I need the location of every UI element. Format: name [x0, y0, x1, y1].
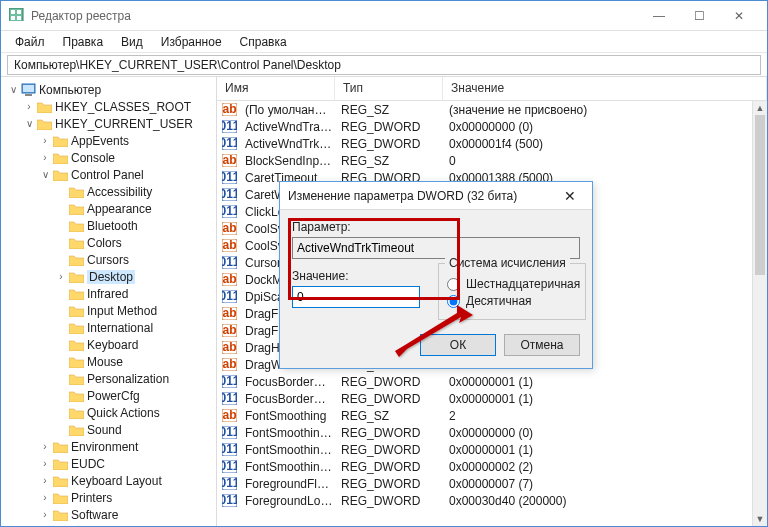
tree-item[interactable]: ›Printers: [1, 489, 216, 506]
table-row[interactable]: FontSmoothingREG_SZ2: [217, 407, 767, 424]
tree-item[interactable]: ›Console: [1, 149, 216, 166]
value-icon: [221, 103, 237, 117]
close-button[interactable]: ✕: [719, 2, 759, 30]
cell-type: REG_DWORD: [337, 460, 445, 474]
tree-item[interactable]: Personalization: [1, 370, 216, 387]
table-row[interactable]: ForegroundLock...REG_DWORD0x00030d40 (20…: [217, 492, 767, 509]
expand-icon[interactable]: ›: [23, 101, 35, 112]
expand-icon[interactable]: ›: [39, 135, 51, 146]
radix-dec-option[interactable]: Десятичная: [447, 294, 577, 308]
scroll-up-icon[interactable]: ▲: [753, 101, 767, 115]
table-row[interactable]: FontSmoothing...REG_DWORD0x00000001 (1): [217, 441, 767, 458]
table-row[interactable]: ActiveWndTrkTi...REG_DWORD0x000001f4 (50…: [217, 135, 767, 152]
expand-icon[interactable]: ›: [39, 509, 51, 520]
tree-item[interactable]: Cursors: [1, 251, 216, 268]
tree-item[interactable]: International: [1, 319, 216, 336]
tree-item[interactable]: ›Keyboard Layout: [1, 472, 216, 489]
table-row[interactable]: FocusBorderWid...REG_DWORD0x00000001 (1): [217, 390, 767, 407]
folder-icon: [52, 134, 68, 148]
expand-icon[interactable]: ›: [39, 475, 51, 486]
radix-dec-radio[interactable]: [447, 295, 460, 308]
value-icon: [221, 375, 237, 389]
expand-icon[interactable]: ›: [55, 271, 67, 282]
menu-edit[interactable]: Правка: [55, 33, 112, 51]
window-title: Редактор реестра: [31, 9, 639, 23]
tree-label: Bluetooth: [87, 219, 138, 233]
cell-type: REG_DWORD: [337, 426, 445, 440]
cell-type: REG_DWORD: [337, 137, 445, 151]
table-row[interactable]: FontSmoothing...REG_DWORD0x00000002 (2): [217, 458, 767, 475]
tree-item[interactable]: Sound: [1, 421, 216, 438]
tree-label: Компьютер: [39, 83, 101, 97]
menu-view[interactable]: Вид: [113, 33, 151, 51]
cell-value: 0: [445, 154, 767, 168]
menu-file[interactable]: Файл: [7, 33, 53, 51]
value-icon: [221, 188, 237, 202]
tree-label: SYSTEM: [71, 525, 120, 527]
tree-item[interactable]: Accessibility: [1, 183, 216, 200]
tree-label: PowerCfg: [87, 389, 140, 403]
expand-icon[interactable]: ›: [39, 441, 51, 452]
expand-icon[interactable]: ›: [39, 458, 51, 469]
cell-value: 0x000001f4 (500): [445, 137, 767, 151]
column-type[interactable]: Тип: [335, 77, 443, 100]
tree-item[interactable]: ›EUDC: [1, 455, 216, 472]
maximize-button[interactable]: ☐: [679, 2, 719, 30]
radix-hex-option[interactable]: Шестнадцатеричная: [447, 277, 577, 291]
tree-item[interactable]: Bluetooth: [1, 217, 216, 234]
expand-icon[interactable]: ›: [39, 492, 51, 503]
scrollbar[interactable]: ▲ ▼: [752, 101, 767, 526]
tree-item[interactable]: Infrared: [1, 285, 216, 302]
scroll-thumb[interactable]: [755, 115, 765, 275]
table-row[interactable]: FontSmoothing...REG_DWORD0x00000000 (0): [217, 424, 767, 441]
tree-item[interactable]: Keyboard: [1, 336, 216, 353]
column-name[interactable]: Имя: [217, 77, 335, 100]
tree-item[interactable]: ›Software: [1, 506, 216, 523]
table-row[interactable]: ForegroundFlas...REG_DWORD0x00000007 (7): [217, 475, 767, 492]
menu-help[interactable]: Справка: [232, 33, 295, 51]
folder-icon: [52, 168, 68, 182]
tree-item[interactable]: Input Method: [1, 302, 216, 319]
table-row[interactable]: FocusBorderHei...REG_DWORD0x00000001 (1): [217, 373, 767, 390]
tree-item[interactable]: ›HKEY_CLASSES_ROOT: [1, 98, 216, 115]
folder-icon: [68, 355, 84, 369]
radix-hex-radio[interactable]: [447, 278, 460, 291]
table-row[interactable]: ActiveWndTrack...REG_DWORD0x00000000 (0): [217, 118, 767, 135]
value-icon: [221, 460, 237, 474]
tree-item[interactable]: ›SYSTEM: [1, 523, 216, 526]
scroll-down-icon[interactable]: ▼: [753, 512, 767, 526]
value-field[interactable]: [292, 286, 420, 308]
address-path[interactable]: Компьютер\HKEY_CURRENT_USER\Control Pane…: [7, 55, 761, 75]
expand-icon[interactable]: ∨: [23, 118, 35, 129]
cancel-button[interactable]: Отмена: [504, 334, 580, 356]
tree-item[interactable]: ›AppEvents: [1, 132, 216, 149]
expand-icon[interactable]: ∨: [39, 169, 51, 180]
ok-button[interactable]: ОК: [420, 334, 496, 356]
tree-item[interactable]: Appearance: [1, 200, 216, 217]
menu-favorites[interactable]: Избранное: [153, 33, 230, 51]
tree-label: Environment: [71, 440, 138, 454]
tree-item[interactable]: ∨Control Panel: [1, 166, 216, 183]
tree-item[interactable]: ∨Компьютер: [1, 81, 216, 98]
expand-icon[interactable]: ∨: [7, 84, 19, 95]
minimize-button[interactable]: —: [639, 2, 679, 30]
cell-type: REG_DWORD: [337, 375, 445, 389]
tree-item[interactable]: Quick Actions: [1, 404, 216, 421]
dialog-close-button[interactable]: ✕: [556, 188, 584, 204]
expand-icon[interactable]: ›: [39, 152, 51, 163]
value-icon: [221, 222, 237, 236]
tree-label: Personalization: [87, 372, 169, 386]
table-row[interactable]: (По умолчанию)REG_SZ(значение не присвое…: [217, 101, 767, 118]
cell-name: BlockSendInput...: [241, 154, 337, 168]
tree-item[interactable]: PowerCfg: [1, 387, 216, 404]
tree-item[interactable]: ›Environment: [1, 438, 216, 455]
tree-item[interactable]: ∨HKEY_CURRENT_USER: [1, 115, 216, 132]
column-value[interactable]: Значение: [443, 77, 767, 100]
table-row[interactable]: BlockSendInput...REG_SZ0: [217, 152, 767, 169]
tree-item[interactable]: Mouse: [1, 353, 216, 370]
tree-label: EUDC: [71, 457, 105, 471]
tree-item[interactable]: Colors: [1, 234, 216, 251]
tree-pane[interactable]: ∨Компьютер›HKEY_CLASSES_ROOT∨HKEY_CURREN…: [1, 77, 217, 526]
tree-label: Printers: [71, 491, 112, 505]
tree-item[interactable]: ›Desktop: [1, 268, 216, 285]
